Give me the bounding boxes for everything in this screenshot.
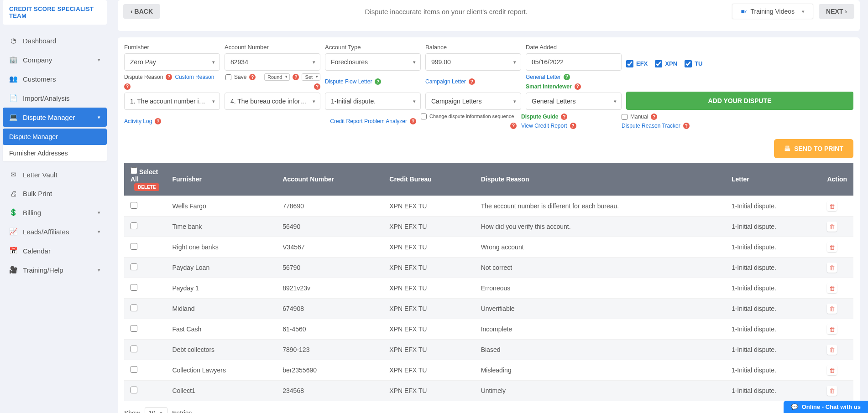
help-icon[interactable]: ?: [510, 123, 517, 129]
delete-row-button[interactable]: 🗑: [827, 242, 837, 252]
row-checkbox[interactable]: [131, 346, 137, 352]
campaign-letters-select[interactable]: Campaign Letters: [425, 93, 521, 110]
efx-checkbox[interactable]: EFX: [626, 60, 648, 67]
help-icon[interactable]: ?: [249, 74, 256, 80]
trash-icon: 🗑: [829, 203, 835, 210]
sidebar-item-letter-vault[interactable]: ✉Letter Vault: [3, 165, 107, 184]
pager-count-select[interactable]: 10: [145, 407, 167, 413]
help-icon[interactable]: ?: [124, 83, 131, 90]
sidebar-item-company[interactable]: 🏢Company▾: [3, 50, 107, 69]
cell-dispute-reason: Unverifiable: [475, 299, 725, 319]
help-icon[interactable]: ?: [469, 78, 475, 85]
change-sequence-checkbox[interactable]: [421, 114, 427, 119]
sidebar-item-label: Customers: [23, 75, 56, 83]
delete-row-button[interactable]: 🗑: [827, 283, 837, 293]
general-letters-select[interactable]: General Letters: [526, 93, 622, 110]
sidebar-item-customers[interactable]: 👥Customers: [3, 69, 107, 88]
dispute-flow-letter-select[interactable]: 1-Initial dispute.: [325, 93, 421, 110]
sidebar-item-calendar[interactable]: 📅Calendar: [3, 241, 107, 260]
save-checkbox[interactable]: [225, 74, 231, 80]
help-icon[interactable]: ?: [575, 83, 581, 90]
back-button[interactable]: ‹ BACK: [123, 4, 160, 19]
delete-row-button[interactable]: 🗑: [827, 201, 837, 211]
delete-row-button[interactable]: 🗑: [827, 324, 837, 334]
activity-log-link[interactable]: Activity Log: [124, 118, 152, 124]
row-checkbox[interactable]: [131, 325, 137, 332]
dispute-guide-link[interactable]: Dispute Guide: [521, 114, 558, 120]
help-icon[interactable]: ?: [561, 114, 567, 120]
general-letter-link[interactable]: General Letter: [526, 74, 561, 80]
delete-selected-button[interactable]: DELETE: [134, 183, 159, 191]
cell-furnisher: Collection Lawyers: [166, 360, 276, 381]
row-checkbox[interactable]: [131, 202, 137, 209]
help-icon[interactable]: ?: [293, 74, 299, 80]
sidebar-item-training-help[interactable]: 🎥Training/Help▾: [3, 260, 107, 279]
row-checkbox[interactable]: [131, 387, 137, 393]
xpn-checkbox[interactable]: XPN: [655, 60, 677, 67]
view-credit-report-link[interactable]: View Credit Report: [521, 123, 567, 129]
help-icon[interactable]: ?: [410, 118, 416, 124]
sidebar-subitem-dispute-manager[interactable]: Dispute Manager: [3, 129, 107, 145]
account-number-select[interactable]: 82934: [225, 53, 320, 71]
custom-reason-link[interactable]: Custom Reason: [175, 74, 214, 80]
balance-select[interactable]: 999.00: [425, 53, 521, 71]
date-added-input[interactable]: 05/16/2022: [526, 53, 622, 71]
help-icon[interactable]: ?: [570, 123, 576, 129]
add-your-dispute-button[interactable]: ADD YOUR DISPUTE: [626, 92, 853, 110]
chat-widget[interactable]: 💬 Online - Chat with us: [784, 401, 868, 413]
sidebar-icon: 🎥: [9, 266, 17, 274]
row-checkbox[interactable]: [131, 305, 137, 311]
campaign-letter-link[interactable]: Campaign Letter: [425, 78, 466, 85]
send-to-print-button[interactable]: 🖶 SEND TO PRINT: [774, 139, 853, 158]
help-icon[interactable]: ?: [166, 74, 172, 80]
row-checkbox[interactable]: [131, 263, 137, 270]
row-checkbox[interactable]: [131, 222, 137, 229]
delete-row-button[interactable]: 🗑: [827, 263, 837, 273]
help-icon[interactable]: ?: [155, 118, 161, 124]
row-checkbox[interactable]: [131, 366, 137, 373]
sidebar-subitem-furnisher-addresses[interactable]: Furnisher Addresses: [3, 145, 107, 161]
table-row: Collect1234568XPN EFX TUUntimely1-Initia…: [124, 381, 853, 401]
sidebar-item-bulk-print[interactable]: 🖨Bulk Print: [3, 184, 107, 203]
cell-account-number: 8921v23v: [276, 278, 383, 299]
account-type-select[interactable]: Foreclosures: [325, 53, 421, 71]
row-checkbox[interactable]: [131, 243, 137, 250]
dispute-flow-letter-link[interactable]: Dispute Flow Letter: [325, 78, 372, 85]
cell-letter: 1-Initial dispute.: [725, 299, 821, 319]
cell-account-number: 7890-123: [276, 340, 383, 360]
dispute-reason-2-select[interactable]: 4. The bureau code information: [225, 93, 320, 110]
select-all-checkbox[interactable]: [131, 167, 137, 174]
page-subtitle: Dispute inaccurate items on your client'…: [166, 8, 727, 15]
sidebar-item-leads-affiliates[interactable]: 📈Leads/Affiliates▾: [3, 222, 107, 241]
sidebar-item-dashboard[interactable]: ◔Dashboard: [3, 31, 107, 50]
cell-furnisher: Payday 1: [166, 278, 276, 299]
furnisher-select[interactable]: Zero Pay: [124, 53, 220, 71]
row-checkbox[interactable]: [131, 284, 137, 291]
tu-checkbox[interactable]: TU: [685, 60, 702, 67]
dispute-reason-1-select[interactable]: 1. The account number is differe: [124, 93, 220, 110]
round-select[interactable]: Round: [264, 73, 290, 81]
delete-row-button[interactable]: 🗑: [827, 365, 837, 375]
help-icon[interactable]: ?: [314, 83, 320, 90]
training-videos-button[interactable]: ■‹ Training Videos ▾: [732, 4, 813, 19]
sidebar-item-dispute-manager[interactable]: 💻Dispute Manager▾: [3, 108, 107, 127]
printer-icon: 🖶: [784, 145, 790, 152]
sidebar-item-billing[interactable]: 💲Billing▾: [3, 203, 107, 222]
help-icon[interactable]: ?: [683, 123, 690, 129]
delete-row-button[interactable]: 🗑: [827, 386, 837, 396]
help-icon[interactable]: ?: [564, 74, 570, 80]
set-select[interactable]: Set: [302, 73, 320, 81]
cell-credit-bureau: XPN EFX TU: [383, 319, 474, 340]
delete-row-button[interactable]: 🗑: [827, 222, 837, 232]
table-row: Time bank56490XPN EFX TUHow did you veri…: [124, 217, 853, 237]
next-button[interactable]: NEXT ›: [819, 4, 854, 19]
help-icon[interactable]: ?: [651, 114, 657, 120]
sidebar-item-import-analysis[interactable]: 📄Import/Analysis: [3, 88, 107, 108]
delete-row-button[interactable]: 🗑: [827, 304, 837, 314]
delete-row-button[interactable]: 🗑: [827, 345, 837, 355]
help-icon[interactable]: ?: [375, 78, 381, 85]
smart-interviewer-link[interactable]: Smart Interviewer: [526, 83, 572, 90]
manual-checkbox[interactable]: [622, 114, 627, 120]
credit-report-analyzer-link[interactable]: Credit Report Problem Analyzer: [330, 118, 407, 124]
dispute-reason-tracker-link[interactable]: Dispute Reason Tracker: [622, 123, 680, 129]
